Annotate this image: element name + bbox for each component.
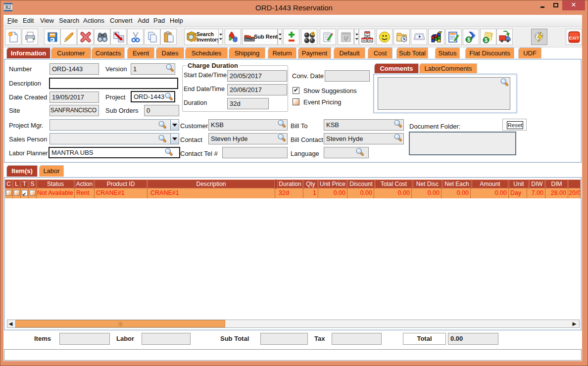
svg-text:EXIT: EXIT bbox=[569, 35, 579, 41]
svg-text:$: $ bbox=[467, 37, 470, 43]
svg-text:?: ? bbox=[312, 32, 314, 36]
svg-text:$: $ bbox=[485, 38, 488, 43]
